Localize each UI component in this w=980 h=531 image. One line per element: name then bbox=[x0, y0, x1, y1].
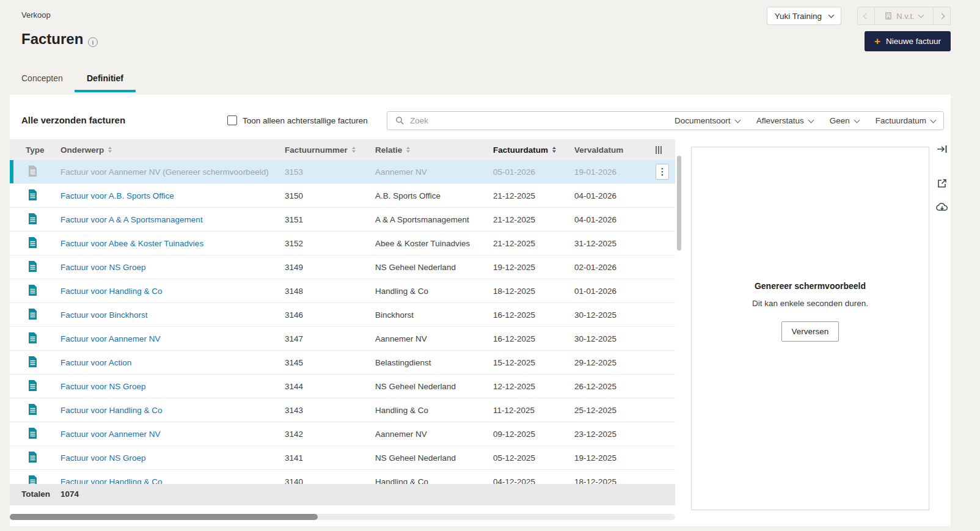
invoice-row[interactable]: Factuur voor Handling & Co 3143 Handling… bbox=[10, 398, 675, 422]
invoice-subject-cell: Factuur voor NS Groep bbox=[60, 263, 285, 272]
invoice-document-icon bbox=[28, 356, 37, 367]
column-settings[interactable] bbox=[656, 146, 675, 154]
entity-navigator: N.v.t. bbox=[857, 7, 951, 25]
invoice-due-date-cell: 25-12-2025 bbox=[574, 406, 656, 415]
active-tab-indicator bbox=[75, 90, 136, 92]
invoice-subject-link[interactable]: Factuur voor Aannemer NV (Genereer scher… bbox=[60, 167, 269, 177]
invoice-subject-link[interactable]: Factuur voor Handling & Co bbox=[60, 287, 163, 296]
invoice-subject-cell: Factuur voor Handling & Co bbox=[60, 406, 285, 415]
invoice-relation-cell: A.B. Sports Office bbox=[375, 191, 493, 200]
download-preview-icon[interactable] bbox=[936, 201, 948, 213]
invoice-row[interactable]: Factuur voor Handling & Co 3140 Handling… bbox=[10, 470, 675, 484]
invoice-document-icon bbox=[28, 309, 37, 320]
invoice-row[interactable]: Factuur voor NS Groep 3141 NS Geheel Ned… bbox=[10, 446, 675, 470]
invoice-subject-link[interactable]: Factuur voor Handling & Co bbox=[60, 406, 163, 415]
invoice-subject-link[interactable]: Factuur voor Action bbox=[60, 358, 131, 367]
invoice-date-cell: 21-12-2025 bbox=[493, 215, 574, 224]
tab-definitief[interactable]: Definitief bbox=[87, 73, 123, 83]
column-header-onderwerp[interactable]: Onderwerp bbox=[60, 145, 285, 155]
invoice-row[interactable]: Factuur voor NS Groep 3149 NS Geheel Ned… bbox=[10, 255, 675, 279]
invoice-date-cell: 21-12-2025 bbox=[493, 239, 574, 248]
invoice-row[interactable]: Factuur voor Aannemer NV 3147 Aannemer N… bbox=[10, 327, 675, 351]
invoice-subject-link[interactable]: Factuur voor NS Groep bbox=[60, 263, 146, 272]
invoice-row[interactable]: Factuur voor Aannemer NV 3142 Aannemer N… bbox=[10, 422, 675, 446]
invoice-row[interactable]: Factuur voor A & A Sportsmanagement 3151… bbox=[10, 208, 675, 232]
horizontal-scrollbar[interactable] bbox=[10, 514, 318, 520]
invoice-subject-cell: Factuur voor A.B. Sports Office bbox=[60, 191, 285, 200]
tab-concepten[interactable]: Concepten bbox=[21, 73, 63, 83]
column-header-vervaldatum[interactable]: Vervaldatum bbox=[574, 145, 656, 155]
invoice-due-date-cell: 19-12-2025 bbox=[574, 453, 656, 463]
filter-factuurdatum[interactable]: Factuurdatum bbox=[876, 116, 935, 125]
invoice-relation-cell: Binckhorst bbox=[375, 310, 493, 320]
invoice-type-cell bbox=[10, 285, 60, 298]
invoice-row[interactable]: Factuur voor Handling & Co 3148 Handling… bbox=[10, 279, 675, 303]
invoice-type-cell bbox=[10, 309, 60, 321]
invoice-document-icon bbox=[28, 189, 37, 200]
invoice-row[interactable]: Factuur voor A.B. Sports Office 3150 A.B… bbox=[10, 184, 675, 208]
invoice-subject-link[interactable]: Factuur voor Binckhorst bbox=[60, 310, 148, 320]
invoice-type-cell bbox=[10, 380, 60, 393]
table-vertical-scrollbar[interactable] bbox=[677, 156, 681, 251]
filter-documentsoort[interactable]: Documentsoort bbox=[675, 116, 740, 125]
invoice-subject-link[interactable]: Factuur voor NS Groep bbox=[60, 453, 146, 463]
invoice-subject-link[interactable]: Factuur voor A.B. Sports Office bbox=[60, 191, 174, 200]
invoice-row[interactable]: Factuur voor Binckhorst 3146 Binckhorst … bbox=[10, 303, 675, 327]
invoice-relation-cell: A & A Sportsmanagement bbox=[375, 215, 493, 224]
invoice-type-cell bbox=[10, 404, 60, 417]
column-header-relatie[interactable]: Relatie bbox=[375, 145, 493, 155]
entity-dropdown-label: N.v.t. bbox=[896, 12, 914, 21]
sort-icon bbox=[406, 147, 410, 153]
breadcrumb[interactable]: Verkoop bbox=[21, 10, 51, 20]
filter-afleverstatus[interactable]: Afleverstatus bbox=[756, 116, 813, 125]
invoice-row[interactable]: Factuur voor Aannemer NV (Genereer scher… bbox=[10, 160, 675, 184]
invoice-row[interactable]: Factuur voor NS Groep 3144 NS Geheel Ned… bbox=[10, 375, 675, 398]
invoice-subject-link[interactable]: Factuur voor NS Groep bbox=[60, 382, 146, 391]
invoice-subject-link[interactable]: Factuur voor Abee & Koster Tuinadvies bbox=[60, 239, 203, 248]
new-invoice-button[interactable]: + Nieuwe factuur bbox=[865, 31, 951, 51]
preview-panel: Genereer schermvoorbeeld Dit kan enkele … bbox=[691, 147, 929, 510]
previous-entity-button[interactable] bbox=[858, 7, 874, 24]
invoice-due-date-cell: 26-12-2025 bbox=[574, 382, 656, 391]
entity-dropdown[interactable]: N.v.t. bbox=[874, 7, 934, 24]
list-title: Alle verzonden facturen bbox=[21, 115, 125, 125]
refresh-preview-button[interactable]: Verversen bbox=[781, 321, 839, 342]
chevron-down-icon bbox=[808, 117, 814, 123]
row-actions-menu-button[interactable]: ⋮ bbox=[656, 164, 669, 180]
invoice-subject-link[interactable]: Factuur voor A & A Sportsmanagement bbox=[60, 215, 203, 224]
invoice-number-cell: 3143 bbox=[285, 406, 375, 415]
invoice-date-cell: 16-12-2025 bbox=[493, 334, 574, 343]
next-entity-button[interactable] bbox=[934, 7, 950, 24]
invoice-row[interactable]: Factuur voor Action 3145 Belastingdienst… bbox=[10, 351, 675, 375]
invoice-due-date-cell: 04-01-2026 bbox=[574, 215, 656, 224]
filter-geen[interactable]: Geen bbox=[830, 116, 859, 125]
invoice-due-date-cell: 29-12-2025 bbox=[574, 358, 656, 367]
chevron-down-icon bbox=[918, 12, 924, 18]
search-input[interactable] bbox=[410, 116, 658, 125]
invoice-type-cell bbox=[10, 475, 60, 485]
invoice-relation-cell: Handling & Co bbox=[375, 287, 493, 296]
collapse-panel-icon[interactable] bbox=[937, 144, 948, 155]
invoice-number-cell: 3140 bbox=[285, 477, 375, 485]
chevron-down-icon bbox=[854, 117, 860, 123]
invoice-subject-link[interactable]: Factuur voor Handling & Co bbox=[60, 477, 163, 485]
invoice-subject-cell: Factuur voor Aannemer NV (Genereer scher… bbox=[60, 167, 285, 177]
info-icon[interactable]: i bbox=[88, 37, 98, 47]
invoice-subject-link[interactable]: Factuur voor Aannemer NV bbox=[60, 334, 161, 343]
invoices-card: Alle verzonden facturen Toon alleen acht… bbox=[10, 95, 951, 526]
overdue-only-checkbox[interactable] bbox=[227, 115, 237, 125]
preview-title: Genereer schermvoorbeeld bbox=[752, 281, 868, 291]
invoice-number-cell: 3152 bbox=[285, 239, 375, 248]
invoice-subject-cell: Factuur voor Handling & Co bbox=[60, 477, 285, 485]
administration-dropdown[interactable]: Yuki Training bbox=[767, 7, 841, 25]
column-header-factuurnummer[interactable]: Factuurnummer bbox=[285, 145, 375, 155]
invoice-row[interactable]: Factuur voor Abee & Koster Tuinadvies 31… bbox=[10, 232, 675, 255]
chevron-right-icon bbox=[939, 13, 945, 19]
preview-content: Genereer schermvoorbeeld Dit kan enkele … bbox=[752, 281, 868, 342]
chevron-down-icon bbox=[931, 117, 937, 123]
invoice-subject-cell: Factuur voor Handling & Co bbox=[60, 287, 285, 296]
open-in-new-icon[interactable] bbox=[937, 178, 948, 189]
invoice-subject-link[interactable]: Factuur voor Aannemer NV bbox=[60, 430, 161, 439]
invoice-due-date-cell: 02-01-2026 bbox=[574, 263, 656, 272]
column-header-factuurdatum[interactable]: Factuurdatum bbox=[493, 145, 574, 155]
